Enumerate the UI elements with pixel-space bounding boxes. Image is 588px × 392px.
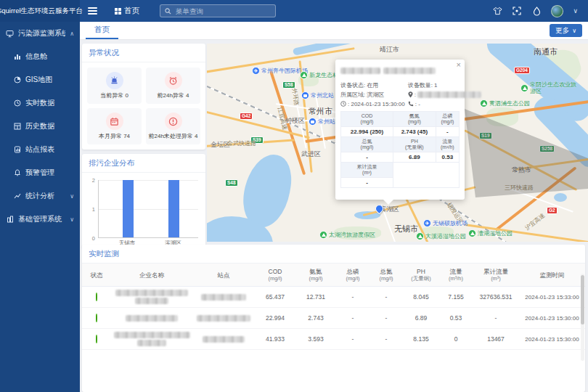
scrollbar-thumb[interactable] bbox=[581, 275, 584, 324]
menu-toggle-icon[interactable] bbox=[80, 7, 105, 15]
card-month-abnormal[interactable]: 本月异常 74 bbox=[87, 108, 142, 144]
clock-icon bbox=[13, 99, 21, 107]
card-current-abnormal[interactable]: 当前异常 0 bbox=[87, 68, 142, 104]
pond bbox=[554, 193, 567, 202]
map-road-label: 三环快速路 bbox=[505, 184, 534, 192]
map-poi-park[interactable]: 新龙生态林 bbox=[300, 71, 338, 79]
warning-circle-icon bbox=[165, 113, 182, 130]
calendar-icon bbox=[106, 113, 123, 130]
tn-value: - bbox=[369, 314, 403, 322]
search-icon bbox=[165, 8, 171, 15]
theme-shirt-icon[interactable] bbox=[492, 6, 502, 16]
plane-icon: ✈ bbox=[423, 219, 431, 227]
user-menu-chevron-down-icon[interactable]: ∨ bbox=[573, 7, 578, 15]
table-row[interactable]: 65.437 12.731 - - 8.045 7.155 327636.531… bbox=[82, 287, 585, 308]
tn-value: - bbox=[369, 335, 403, 343]
monitor-time: : 2024-01-23 15:30:00 bbox=[340, 99, 405, 108]
table-row[interactable]: 41.933 3.593 - - 8.135 0 13467 2024-01-2… bbox=[82, 329, 585, 350]
monitor-system-icon bbox=[6, 30, 14, 38]
bar-binhu[interactable] bbox=[168, 180, 179, 237]
clock-icon bbox=[340, 101, 346, 107]
user-avatar[interactable] bbox=[551, 5, 563, 17]
popup-title-redacted bbox=[340, 64, 460, 77]
metric-value: 0.53 bbox=[436, 152, 459, 163]
map-poi-station[interactable]: 常州站 bbox=[309, 118, 335, 126]
cod-value: 41.933 bbox=[255, 335, 295, 343]
dashboard-icon bbox=[13, 53, 21, 61]
sidebar-item-site-report[interactable]: 站点报表 bbox=[0, 138, 80, 161]
device-status: 设备状态:在用 bbox=[340, 81, 405, 89]
panel-title: 异常状况 bbox=[82, 44, 205, 62]
total-flow-value: - bbox=[473, 314, 519, 322]
map-poi-park[interactable]: 太湖湾旅游度假区 bbox=[319, 231, 375, 239]
map-poi-park[interactable]: 大溪港湿地公园 bbox=[416, 232, 466, 240]
sidebar-item-info-cabin[interactable]: 信息舱 bbox=[0, 45, 80, 68]
empty-cell bbox=[393, 163, 460, 188]
sidebar-item-gis-map[interactable]: GIS地图 bbox=[0, 68, 80, 91]
sidebar-group-pollution-monitor[interactable]: 污染源监测系统 ∧ bbox=[0, 22, 80, 45]
monitor-table-header: 状态 企业名称 站点 COD(mg/l) 氨氮(mg/l) 总磷(mg/l) 总… bbox=[82, 264, 585, 287]
breadcrumb[interactable]: 首页 bbox=[115, 6, 139, 16]
metric-value: 22.994 (250) bbox=[341, 127, 393, 137]
more-button-label: 更多 bbox=[555, 26, 569, 36]
tp-value: - bbox=[336, 314, 369, 322]
more-button[interactable]: 更多 ∨ bbox=[550, 24, 582, 37]
metric-header: 总磷(mg/l) bbox=[436, 112, 459, 127]
site-name-redacted bbox=[192, 314, 255, 322]
close-icon[interactable]: × bbox=[457, 61, 461, 69]
table-row[interactable]: 22.994 2.743 - - 6.89 0.53 - 2024-01-23 … bbox=[82, 308, 585, 329]
cod-value: 22.994 bbox=[255, 314, 295, 322]
card-label: 本月异常 74 bbox=[99, 132, 130, 140]
sidebar-item-alert-manage[interactable]: 预警管理 bbox=[0, 161, 80, 184]
total-flow-value: 13467 bbox=[473, 335, 519, 343]
sidebar-item-statistics[interactable]: 统计分析 ∨ bbox=[0, 184, 80, 208]
map-city-label: 常熟市 bbox=[512, 166, 531, 175]
nh3-value: 12.731 bbox=[295, 293, 336, 301]
address-redacted: : bbox=[408, 90, 481, 99]
map-poi-park[interactable]: 黄泗浦生态公园 bbox=[480, 99, 530, 107]
metric-header: COD(mg/l) bbox=[341, 112, 393, 127]
region: 所属区域:滨湖区 bbox=[340, 90, 405, 99]
map-poi-park[interactable]: 常阴沙生态农业旅游区 bbox=[520, 81, 577, 94]
status-dot-green bbox=[96, 314, 97, 322]
sidebar-item-label: 站点报表 bbox=[25, 144, 74, 155]
panel-title: 排污企业分布 bbox=[82, 154, 205, 173]
sidebar-group2-label: 基础管理系统 bbox=[18, 214, 65, 224]
tab-home[interactable]: 首页 bbox=[86, 22, 118, 39]
map-poi-park[interactable]: 漕湖湿地公园 bbox=[468, 229, 513, 237]
metric-header: 累计流量(m³) bbox=[341, 163, 393, 178]
breadcrumb-home[interactable]: 首页 bbox=[124, 6, 139, 16]
tp-value: - bbox=[336, 293, 369, 301]
nh3-value: 3.593 bbox=[295, 335, 336, 343]
sidebar-item-realtime-data[interactable]: 实时数据 bbox=[0, 91, 80, 115]
train-icon bbox=[301, 91, 309, 99]
screenshot-icon[interactable] bbox=[512, 6, 522, 16]
search-input[interactable] bbox=[174, 7, 261, 16]
sidebar-item-history-data[interactable]: 历史数据 bbox=[0, 115, 80, 138]
y-axis: 2 1 0 bbox=[88, 179, 97, 238]
enterprise-name-redacted bbox=[111, 290, 192, 304]
enterprise-name-redacted bbox=[111, 332, 192, 346]
sidebar-group1-label: 污染源监测系统 bbox=[18, 28, 65, 38]
menu-search[interactable] bbox=[160, 4, 276, 17]
map-road-label: 沪宜高速 bbox=[523, 211, 547, 232]
card-24h-abnormal[interactable]: 前24h异常 4 bbox=[146, 68, 200, 104]
flow-value: 0 bbox=[439, 335, 473, 343]
map-road-label: 外环路 bbox=[290, 88, 301, 106]
metric-value: 2.743 (45) bbox=[393, 127, 436, 137]
map-city-label: 靖江市 bbox=[380, 45, 399, 54]
monitor-time: 2024-01-23 15:30:00 bbox=[519, 336, 585, 343]
sidebar-group-base-manage[interactable]: 基础管理系统 ∨ bbox=[0, 208, 80, 231]
tn-value: - bbox=[369, 293, 403, 301]
bar-wuxi[interactable] bbox=[123, 180, 134, 237]
gis-map[interactable]: G346 S58 S39 G42 S48 S342 S19 G204 S258 … bbox=[207, 44, 588, 242]
card-label: 当前异常 0 bbox=[100, 91, 128, 99]
flame-icon[interactable] bbox=[531, 6, 542, 16]
pie-map-icon bbox=[13, 76, 21, 84]
map-poi-airport[interactable]: ✈无锡硕放机场 bbox=[423, 219, 467, 227]
card-24h-unhandled-abnormal[interactable]: 前24h未处理异常 4 bbox=[146, 108, 200, 144]
map-city-label: 无锡市 bbox=[394, 224, 418, 234]
map-poi-station[interactable]: 常州北站 bbox=[301, 91, 334, 99]
tree-icon bbox=[468, 229, 476, 237]
table-scrollbar bbox=[581, 274, 584, 361]
